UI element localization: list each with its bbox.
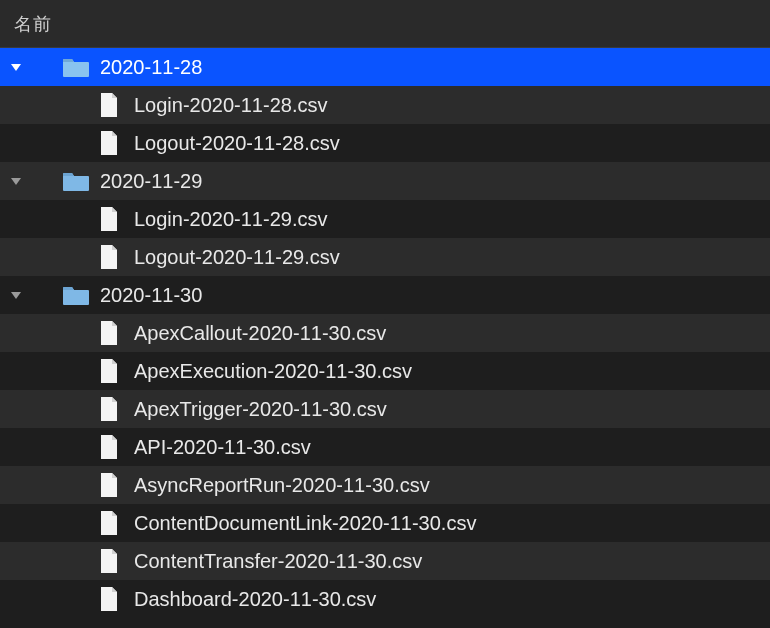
svg-marker-0 (11, 64, 21, 71)
file-name: ContentDocumentLink-2020-11-30.csv (134, 512, 476, 535)
file-icon (98, 548, 120, 574)
file-row[interactable]: ApexCallout-2020-11-30.csv (0, 314, 770, 352)
file-name: Logout-2020-11-28.csv (134, 132, 340, 155)
file-name: API-2020-11-30.csv (134, 436, 311, 459)
file-icon (98, 92, 120, 118)
file-icon (98, 510, 120, 536)
disclosure-triangle-icon[interactable] (8, 289, 24, 301)
file-icon (98, 358, 120, 384)
folder-name: 2020-11-28 (100, 56, 202, 79)
svg-marker-1 (11, 178, 21, 185)
folder-row[interactable]: 2020-11-30 (0, 276, 770, 314)
file-row[interactable]: Dashboard-2020-11-30.csv (0, 580, 770, 618)
file-row[interactable]: ContentDocumentLink-2020-11-30.csv (0, 504, 770, 542)
file-icon (98, 320, 120, 346)
file-row[interactable]: Login-2020-11-28.csv (0, 86, 770, 124)
file-name: ApexExecution-2020-11-30.csv (134, 360, 412, 383)
file-row[interactable]: Login-2020-11-29.csv (0, 200, 770, 238)
disclosure-triangle-icon[interactable] (8, 175, 24, 187)
file-name: Login-2020-11-29.csv (134, 208, 327, 231)
folder-name: 2020-11-29 (100, 170, 202, 193)
file-name: ApexTrigger-2020-11-30.csv (134, 398, 387, 421)
file-name: ContentTransfer-2020-11-30.csv (134, 550, 422, 573)
file-icon (98, 206, 120, 232)
file-name: Login-2020-11-28.csv (134, 94, 327, 117)
file-name: Dashboard-2020-11-30.csv (134, 588, 376, 611)
file-tree: 2020-11-28 Login-2020-11-28.csv Logout-2… (0, 48, 770, 618)
file-icon (98, 434, 120, 460)
disclosure-triangle-icon[interactable] (8, 61, 24, 73)
file-icon (98, 130, 120, 156)
file-row[interactable]: API-2020-11-30.csv (0, 428, 770, 466)
folder-icon (62, 284, 90, 306)
folder-icon (62, 56, 90, 78)
file-icon (98, 396, 120, 422)
file-icon (98, 244, 120, 270)
folder-row[interactable]: 2020-11-28 (0, 48, 770, 86)
folder-name: 2020-11-30 (100, 284, 202, 307)
file-row[interactable]: Logout-2020-11-28.csv (0, 124, 770, 162)
file-icon (98, 472, 120, 498)
file-name: AsyncReportRun-2020-11-30.csv (134, 474, 430, 497)
file-row[interactable]: Logout-2020-11-29.csv (0, 238, 770, 276)
folder-row[interactable]: 2020-11-29 (0, 162, 770, 200)
file-name: ApexCallout-2020-11-30.csv (134, 322, 386, 345)
file-row[interactable]: ApexTrigger-2020-11-30.csv (0, 390, 770, 428)
folder-icon (62, 170, 90, 192)
file-icon (98, 586, 120, 612)
column-header-name[interactable]: 名前 (0, 0, 770, 48)
file-name: Logout-2020-11-29.csv (134, 246, 340, 269)
svg-marker-2 (11, 292, 21, 299)
file-row[interactable]: ContentTransfer-2020-11-30.csv (0, 542, 770, 580)
file-row[interactable]: AsyncReportRun-2020-11-30.csv (0, 466, 770, 504)
file-row[interactable]: ApexExecution-2020-11-30.csv (0, 352, 770, 390)
column-header-label: 名前 (14, 12, 52, 36)
